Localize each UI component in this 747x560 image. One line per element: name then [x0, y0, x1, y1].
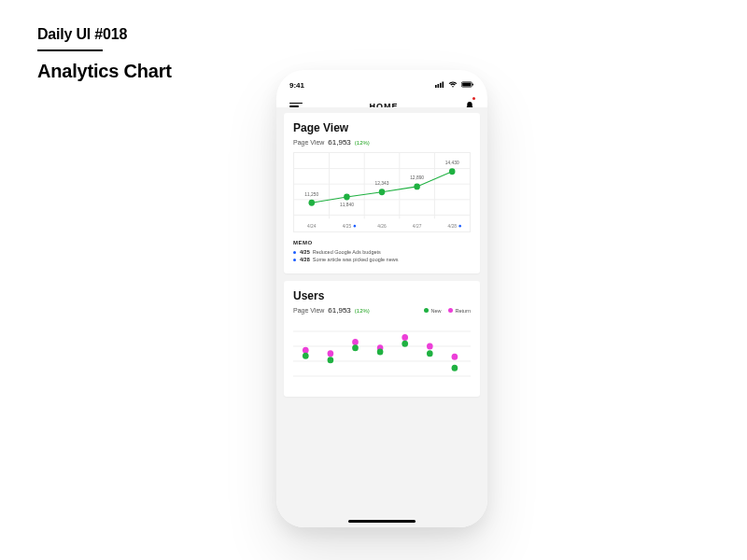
- data-point-return: [328, 350, 334, 357]
- x-axis-label: 4/26: [377, 223, 387, 229]
- data-point-label: 12,343: [375, 180, 389, 186]
- data-point-label: 14,430: [445, 160, 459, 165]
- data-point-new: [328, 357, 334, 363]
- daily-ui-label: Daily UI #018: [37, 26, 172, 43]
- data-point-new: [352, 344, 359, 351]
- data-point: [309, 200, 316, 206]
- series-line-page-view: [312, 172, 452, 203]
- metric-label: Page View: [293, 307, 324, 314]
- memo-item: 4/25Reduced Google Ads budgets: [293, 249, 471, 255]
- legend-swatch-return: [448, 308, 453, 313]
- memo-item: 4/28Some article was picked google news: [293, 257, 471, 262]
- svg-rect-6: [472, 83, 473, 85]
- page-view-metric-row: Page View 61,953 (12%): [293, 138, 471, 147]
- memo-title: MEMO: [293, 240, 471, 245]
- cellular-signal-icon: [435, 81, 444, 90]
- metric-value: 61,953: [328, 306, 350, 315]
- data-point: [344, 194, 350, 201]
- data-point-return: [452, 354, 458, 360]
- data-point-label: 11,250: [304, 191, 318, 197]
- page-subtitle: Analytics Chart: [37, 61, 172, 82]
- data-point-label: 11,840: [340, 202, 354, 207]
- metric-label: Page View: [293, 139, 324, 146]
- memo-section: MEMO 4/25Reduced Google Ads budgets 4/28…: [293, 240, 471, 262]
- svg-rect-3: [443, 81, 444, 88]
- metric-delta: (12%): [355, 308, 370, 314]
- x-axis-label: 4/28: [447, 223, 457, 229]
- memo-dot-icon: [293, 259, 296, 261]
- legend-swatch-new: [424, 308, 429, 313]
- x-axis-label: 4/24: [307, 223, 317, 229]
- card-title-page-view: Page View: [293, 121, 471, 134]
- users-metric-row: Page View 61,953 (12%) New Return: [293, 306, 471, 315]
- memo-dot-icon: [293, 251, 296, 254]
- memo-date: 4/25: [300, 249, 310, 255]
- notification-dot-icon: [472, 97, 475, 100]
- memo-date: 4/28: [300, 257, 310, 262]
- card-title-users: Users: [293, 289, 471, 302]
- users-legend: New Return: [424, 308, 471, 314]
- svg-rect-2: [440, 82, 442, 87]
- card-page-view: Page View Page View 61,953 (12%): [284, 113, 480, 273]
- x-axis-label: 4/27: [413, 223, 422, 229]
- data-point: [414, 184, 420, 190]
- data-point-new: [427, 350, 433, 357]
- legend-label-return: Return: [455, 308, 471, 314]
- metric-value: 61,953: [328, 138, 350, 147]
- legend-label-new: New: [430, 308, 441, 314]
- data-point-return: [427, 343, 433, 350]
- data-point-return: [352, 339, 359, 345]
- data-point-new: [377, 349, 384, 356]
- x-axis-label: 4/25: [343, 223, 352, 229]
- title-underline: [37, 49, 103, 51]
- data-point-label: 12,890: [410, 175, 424, 180]
- status-time: 9:41: [289, 81, 304, 90]
- data-point-return: [303, 347, 309, 354]
- data-point: [449, 168, 456, 175]
- event-marker-icon: [458, 225, 460, 228]
- data-point-new: [402, 341, 408, 347]
- svg-rect-1: [438, 84, 440, 88]
- data-point-new: [303, 353, 309, 359]
- page-title-block: Daily UI #018 Analytics Chart: [37, 26, 172, 82]
- phone-notch: [340, 70, 424, 85]
- metric-delta: (12%): [355, 140, 370, 146]
- memo-text: Some article was picked google news: [313, 257, 399, 262]
- chart-users: [293, 320, 471, 387]
- data-point-return: [402, 334, 408, 341]
- content-scroll-area[interactable]: Page View Page View 61,953 (12%): [276, 107, 487, 527]
- chart-page-view: 11,250 11,840 12,343 12,890 14,430 4/24 …: [293, 152, 471, 232]
- phone-mock: 9:41 HOME: [276, 70, 487, 527]
- data-point-new: [452, 365, 458, 371]
- battery-icon: [461, 81, 474, 90]
- home-indicator[interactable]: [348, 520, 416, 523]
- data-point: [379, 189, 386, 195]
- memo-text: Reduced Google Ads budgets: [313, 249, 381, 255]
- event-marker-icon: [354, 225, 356, 228]
- wifi-icon: [448, 81, 458, 90]
- svg-rect-0: [435, 85, 437, 88]
- svg-rect-5: [462, 82, 471, 86]
- card-users: Users Page View 61,953 (12%) New Return: [284, 281, 480, 397]
